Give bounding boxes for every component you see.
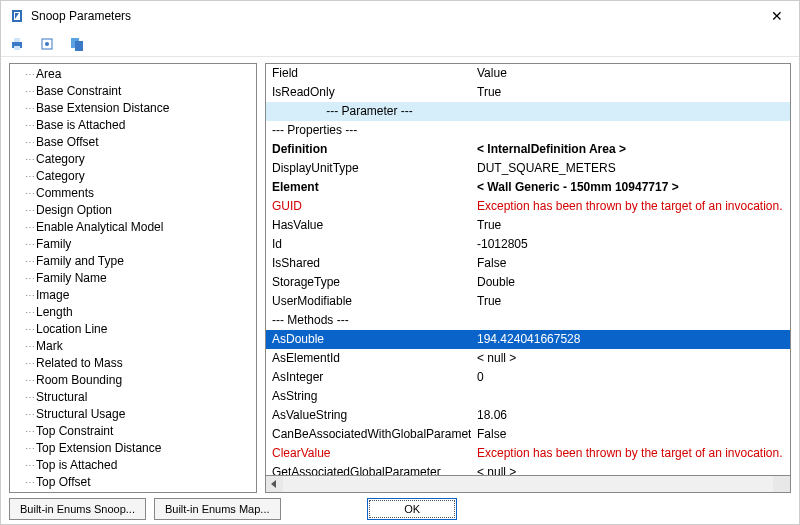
grid-cell-field: Id — [266, 235, 471, 254]
horizontal-scrollbar[interactable] — [265, 476, 791, 493]
grid-row[interactable]: GUIDException has been thrown by the tar… — [266, 197, 790, 216]
footer: Built-in Enums Snoop... Built-in Enums M… — [1, 493, 799, 525]
window-title: Snoop Parameters — [31, 9, 763, 23]
tree-item[interactable]: ⋯Top Extension Distance — [16, 440, 256, 457]
property-grid[interactable]: Field Value IsReadOnlyTrue--- Parameter … — [265, 63, 791, 476]
tree-item-label: Family Name — [36, 270, 107, 287]
tree-item[interactable]: ⋯Structural Usage — [16, 406, 256, 423]
tree-connector-icon: ⋯ — [16, 151, 34, 168]
tree-item[interactable]: ⋯Category — [16, 168, 256, 185]
grid-cell-field: UserModifiable — [266, 292, 471, 311]
tree-connector-icon: ⋯ — [16, 253, 34, 270]
tree-item[interactable]: ⋯Length — [16, 304, 256, 321]
grid-cell-field: DisplayUnitType — [266, 159, 471, 178]
grid-cell-field: StorageType — [266, 273, 471, 292]
close-button[interactable]: ✕ — [763, 4, 791, 28]
tree-item[interactable]: ⋯Base Offset — [16, 134, 256, 151]
tree-item[interactable]: ⋯Design Option — [16, 202, 256, 219]
grid-row[interactable]: AsInteger0 — [266, 368, 790, 387]
grid-row[interactable]: HasValueTrue — [266, 216, 790, 235]
tree-item[interactable]: ⋯Mark — [16, 338, 256, 355]
grid-row[interactable]: IsSharedFalse — [266, 254, 790, 273]
tree-item-label: Base Extension Distance — [36, 100, 169, 117]
tree-item[interactable]: ⋯Base Constraint — [16, 83, 256, 100]
grid-cell-value: Double — [471, 273, 790, 292]
tree-item-label: Structural Usage — [36, 406, 125, 423]
grid-row[interactable]: AsElementId< null > — [266, 349, 790, 368]
tree-item[interactable]: ⋯Type — [16, 491, 256, 493]
tree-item-label: Top Offset — [36, 474, 90, 491]
svg-point-4 — [45, 42, 49, 46]
tree-item-label: Related to Mass — [36, 355, 123, 372]
tree-item[interactable]: ⋯Base is Attached — [16, 117, 256, 134]
grid-row[interactable]: UserModifiableTrue — [266, 292, 790, 311]
new-frame-icon[interactable] — [39, 36, 55, 52]
tree-item[interactable]: ⋯Top Constraint — [16, 423, 256, 440]
grid-cell-value: True — [471, 216, 790, 235]
grid-cell-field: AsInteger — [266, 368, 471, 387]
enums-snoop-button[interactable]: Built-in Enums Snoop... — [9, 498, 146, 520]
tree-item[interactable]: ⋯Location Line — [16, 321, 256, 338]
grid-row[interactable]: CanBeAssociatedWithGlobalParametersFalse — [266, 425, 790, 444]
grid-row[interactable]: --- Parameter --- — [266, 102, 790, 121]
grid-row[interactable]: GetAssociatedGlobalParameter< null > — [266, 463, 790, 476]
tree-item[interactable]: ⋯Top Offset — [16, 474, 256, 491]
tree-item[interactable]: ⋯Base Extension Distance — [16, 100, 256, 117]
grid-row[interactable]: AsDouble194.424041667528 — [266, 330, 790, 349]
grid-cell-value: Exception has been thrown by the target … — [471, 444, 790, 463]
enums-map-button[interactable]: Built-in Enums Map... — [154, 498, 281, 520]
grid-row[interactable]: StorageTypeDouble — [266, 273, 790, 292]
grid-row[interactable]: Definition< InternalDefinition Area > — [266, 140, 790, 159]
print-icon[interactable] — [9, 36, 25, 52]
grid-row[interactable]: IsReadOnlyTrue — [266, 83, 790, 102]
tree-item[interactable]: ⋯Family and Type — [16, 253, 256, 270]
tree-item[interactable]: ⋯Area — [16, 66, 256, 83]
grid-row[interactable]: ClearValueException has been thrown by t… — [266, 444, 790, 463]
tree-item[interactable]: ⋯Room Bounding — [16, 372, 256, 389]
tree-item[interactable]: ⋯Structural — [16, 389, 256, 406]
grid-row[interactable]: --- Properties --- — [266, 121, 790, 140]
grid-row[interactable]: Id-1012805 — [266, 235, 790, 254]
header-field: Field — [266, 64, 471, 83]
tree-pane[interactable]: ⋯Area⋯Base Constraint⋯Base Extension Dis… — [9, 63, 257, 493]
scroll-right-icon[interactable] — [780, 480, 785, 488]
tree-connector-icon: ⋯ — [16, 270, 34, 287]
tree-item[interactable]: ⋯Top is Attached — [16, 457, 256, 474]
grid-cell-value: False — [471, 254, 790, 273]
tree-connector-icon: ⋯ — [16, 406, 34, 423]
scroll-left-icon[interactable] — [271, 480, 276, 488]
grid-cell-value: < InternalDefinition Area > — [471, 140, 790, 159]
grid-row[interactable]: DisplayUnitTypeDUT_SQUARE_METERS — [266, 159, 790, 178]
tree-item-label: Image — [36, 287, 69, 304]
svg-rect-6 — [75, 41, 83, 51]
grid-row[interactable]: Element< Wall Generic - 150mm 10947717 > — [266, 178, 790, 197]
grid-cell-value: -1012805 — [471, 235, 790, 254]
tree-item[interactable]: ⋯Family — [16, 236, 256, 253]
tree-item[interactable]: ⋯Enable Analytical Model — [16, 219, 256, 236]
ok-button[interactable]: OK — [367, 498, 457, 520]
svg-rect-2 — [14, 46, 20, 50]
tree-item-label: Structural — [36, 389, 87, 406]
tree-item[interactable]: ⋯Comments — [16, 185, 256, 202]
tree-connector-icon: ⋯ — [16, 83, 34, 100]
tree-item[interactable]: ⋯Related to Mass — [16, 355, 256, 372]
tree-item[interactable]: ⋯Category — [16, 151, 256, 168]
tree-connector-icon: ⋯ — [16, 372, 34, 389]
tree-connector-icon: ⋯ — [16, 202, 34, 219]
tree-item[interactable]: ⋯Family Name — [16, 270, 256, 287]
grid-cell-value: 0 — [471, 368, 790, 387]
app-icon — [9, 8, 25, 24]
svg-rect-1 — [14, 38, 20, 42]
tree-connector-icon: ⋯ — [16, 185, 34, 202]
grid-row[interactable]: AsValueString18.06 — [266, 406, 790, 425]
tree-item-label: Length — [36, 304, 73, 321]
grid-row[interactable]: AsString — [266, 387, 790, 406]
tree-item-label: Area — [36, 66, 61, 83]
tree-item[interactable]: ⋯Image — [16, 287, 256, 304]
grid-cell-field: IsShared — [266, 254, 471, 273]
tree-item-label: Design Option — [36, 202, 112, 219]
grid-cell-field: CanBeAssociatedWithGlobalParameters — [266, 425, 471, 444]
grid-cell-field: --- Properties --- — [266, 121, 471, 140]
copy-icon[interactable] — [69, 36, 85, 52]
grid-row[interactable]: --- Methods --- — [266, 311, 790, 330]
